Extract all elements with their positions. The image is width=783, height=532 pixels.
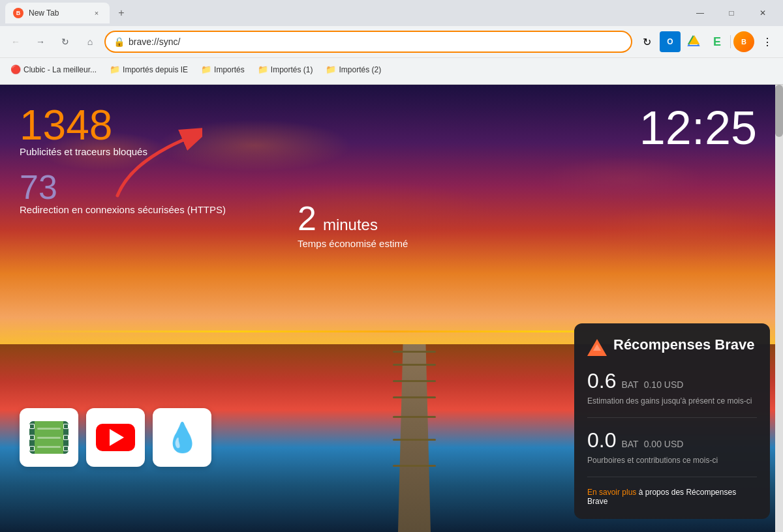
- time-saved-section: 2 minutes Temps économisé estimé: [298, 199, 408, 249]
- window-controls: — □ ✕: [685, 3, 778, 23]
- tab-title: New Tab: [29, 8, 86, 18]
- rewards-earned-desc: Estimation des gains jusqu'à présent ce …: [587, 396, 757, 407]
- security-icon: 🔒: [114, 37, 125, 47]
- menu-button[interactable]: ⋮: [757, 31, 778, 52]
- bookmark-label-importes-2: Importés (2): [339, 65, 381, 74]
- rewards-earned-bat: 0.6: [587, 369, 616, 393]
- tab-strip: B New Tab × +: [5, 3, 130, 23]
- brave-icon[interactable]: B: [733, 31, 754, 52]
- ads-blocked-count: 1348: [20, 104, 226, 146]
- time-display: 12:25: [639, 104, 757, 151]
- back-button[interactable]: ←: [5, 31, 26, 52]
- bookmark-importes[interactable]: 📁 Importés: [196, 62, 250, 77]
- bookmark-importes-ie[interactable]: 📁 Importés depuis IE: [104, 62, 193, 77]
- scrollbar-thumb[interactable]: [775, 85, 783, 137]
- rewards-tips-section: 0.0 BAT 0.00 USD Pourboires et contribut…: [587, 428, 757, 477]
- bookmark-clubic[interactable]: 🔴 Clubic - La meilleur...: [5, 62, 102, 77]
- forward-button[interactable]: →: [30, 31, 51, 52]
- rewards-learn-more[interactable]: En savoir plus à propos des Récompenses …: [587, 488, 757, 506]
- google-drive-icon[interactable]: [683, 31, 704, 52]
- office-icon[interactable]: O: [660, 31, 681, 52]
- time-saved-label: Temps économisé estimé: [298, 238, 408, 249]
- bookmark-label-ie: Importés depuis IE: [123, 65, 188, 74]
- ads-blocked-label: Publicités et traceurs bloqués: [20, 146, 226, 157]
- toolbar-icons: ↻ O E B ⋮: [636, 31, 778, 52]
- browser-chrome: B New Tab × + — □ ✕ ← → ↻ ⌂ 🔒 ↻ O E: [0, 0, 783, 85]
- drop-icon: 💧: [164, 423, 200, 452]
- rewards-tips-amount: 0.0 BAT 0.00 USD: [587, 428, 757, 452]
- maximize-button[interactable]: □: [716, 3, 746, 23]
- shortcut-youtube[interactable]: [86, 408, 145, 467]
- svg-marker-2: [687, 35, 699, 48]
- bookmark-label-clubic: Clubic - La meilleur...: [23, 65, 97, 74]
- new-tab-page: 1348 Publicités et traceurs bloqués 73 R…: [0, 85, 783, 532]
- stats-section: 1348 Publicités et traceurs bloqués 73 R…: [20, 104, 226, 228]
- reload-button[interactable]: ↻: [55, 31, 76, 52]
- rewards-tips-desc: Pourboires et contributions ce mois-ci: [587, 455, 757, 466]
- evernote-icon[interactable]: E: [707, 31, 728, 52]
- minimize-button[interactable]: —: [685, 3, 715, 23]
- time-section: 12:25: [639, 104, 757, 151]
- bookmark-label-importes-1: Importés (1): [271, 65, 313, 74]
- bookmark-folder-importes: 📁: [201, 65, 211, 74]
- bookmark-importes-1[interactable]: 📁 Importés (1): [253, 62, 318, 77]
- shortcut-drop[interactable]: 💧: [153, 408, 211, 467]
- rewards-tips-bat-label: BAT: [621, 439, 638, 449]
- bookmark-folder-ie: 📁: [110, 65, 120, 74]
- rewards-tips-bat: 0.0: [587, 428, 616, 452]
- toolbar: ← → ↻ ⌂ 🔒 ↻ O E B ⋮: [0, 26, 783, 57]
- shortcuts-section: 💧: [20, 408, 211, 467]
- rewards-earned-section: 0.6 BAT 0.10 USD Estimation des gains ju…: [587, 369, 757, 418]
- rewards-triangle-icon: [587, 339, 607, 356]
- bookmarks-bar: 🔴 Clubic - La meilleur... 📁 Importés dep…: [0, 57, 783, 81]
- rewards-earned-bat-label: BAT: [621, 379, 638, 390]
- close-button[interactable]: ✕: [748, 3, 778, 23]
- brave-favicon: B: [13, 8, 23, 18]
- rewards-learn-more-link[interactable]: En savoir plus: [587, 488, 636, 497]
- rewards-title: Récompenses Brave: [613, 336, 754, 353]
- tab-close-button[interactable]: ×: [91, 8, 102, 18]
- rewards-earned-amount: 0.6 BAT 0.10 USD: [587, 369, 757, 393]
- shortcut-film[interactable]: [20, 408, 78, 467]
- bookmark-label-importes: Importés: [214, 65, 245, 74]
- rewards-earned-usd: 0.10 USD: [644, 379, 684, 390]
- address-bar[interactable]: 🔒: [104, 31, 632, 53]
- bookmark-folder-importes-1: 📁: [258, 65, 268, 74]
- bookmark-favicon-clubic: 🔴: [10, 65, 21, 74]
- home-button[interactable]: ⌂: [80, 31, 100, 52]
- active-tab[interactable]: B New Tab ×: [5, 3, 110, 23]
- scrollbar[interactable]: [775, 85, 783, 532]
- separator: [730, 35, 731, 48]
- rewards-tips-usd: 0.00 USD: [644, 439, 684, 449]
- address-input[interactable]: [129, 37, 623, 47]
- rewards-panel: Récompenses Brave 0.6 BAT 0.10 USD Estim…: [574, 323, 770, 519]
- pier: [398, 344, 431, 532]
- bookmark-importes-2[interactable]: 📁 Importés (2): [320, 62, 386, 77]
- brave-rewards-toolbar-icon[interactable]: ↻: [636, 31, 657, 52]
- https-label: Redirection en connexions sécurisées (HT…: [20, 204, 226, 215]
- https-count: 73: [20, 170, 226, 204]
- new-tab-button[interactable]: +: [112, 4, 130, 22]
- bookmark-folder-importes-2: 📁: [326, 65, 336, 74]
- time-saved-unit: minutes: [323, 216, 378, 234]
- title-bar: B New Tab × + — □ ✕: [0, 0, 783, 26]
- time-saved-count: 2: [298, 199, 316, 238]
- rewards-header: Récompenses Brave: [587, 336, 757, 356]
